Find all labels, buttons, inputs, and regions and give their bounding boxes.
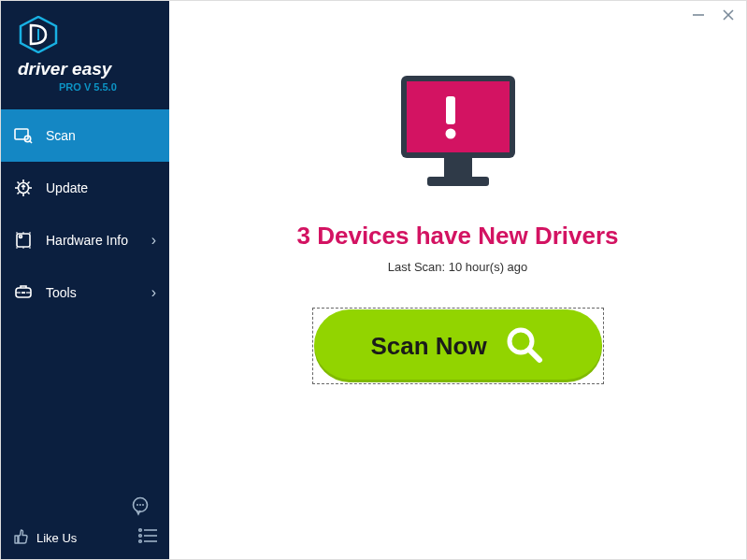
svg-point-30 [142,504,144,506]
svg-point-33 [139,535,142,538]
sidebar-bottom: Like Us [1,486,169,559]
thumbs-up-icon [12,528,29,548]
logo-area: driver easy PRO V 5.5.0 [1,1,169,104]
sidebar-item-label: Update [46,180,88,195]
svg-point-35 [139,540,142,543]
headline-text: 3 Devices have New Drivers [297,222,619,251]
chevron-right-icon: › [151,284,156,301]
sidebar: driver easy PRO V 5.5.0 Scan Update i [1,1,169,559]
version-label: PRO V 5.5.0 [59,81,158,93]
sidebar-item-tools[interactable]: Tools › [1,266,169,319]
tools-icon [14,283,33,302]
svg-line-13 [28,182,30,184]
scan-icon [14,126,33,145]
svg-line-4 [30,141,32,143]
sidebar-nav: Scan Update i Hardware Info › Tools [1,109,169,319]
svg-line-10 [18,182,20,184]
svg-rect-42 [446,96,455,124]
svg-rect-45 [427,177,489,186]
logo-icon [18,16,59,53]
feedback-icon[interactable] [130,495,151,520]
svg-point-29 [139,504,141,506]
scan-now-button[interactable]: Scan Now [314,309,602,382]
svg-text:i: i [21,235,22,238]
sidebar-item-label: Tools [46,285,77,300]
scan-button-focus-outline: Scan Now [312,308,604,384]
svg-rect-26 [22,292,25,294]
sidebar-item-hardware-info[interactable]: i Hardware Info › [1,214,169,266]
sidebar-item-scan[interactable]: Scan [1,109,169,162]
svg-rect-44 [444,158,472,177]
like-us-label: Like Us [36,531,77,545]
magnify-icon [504,324,545,368]
last-scan-text: Last Scan: 10 hour(s) ago [388,260,528,274]
gear-icon [14,179,33,197]
chevron-right-icon: › [151,232,156,249]
like-us-button[interactable]: Like Us [12,528,77,548]
svg-point-31 [139,529,142,532]
minimize-button[interactable] [690,7,707,23]
svg-point-43 [445,129,455,139]
sidebar-item-update[interactable]: Update [1,162,169,214]
svg-line-47 [529,350,539,360]
close-button[interactable] [720,7,737,23]
window-controls [690,7,737,23]
main-content: 3 Devices have New Drivers Last Scan: 10… [169,1,746,559]
svg-rect-2 [15,129,28,139]
hardware-info-icon: i [14,231,33,250]
svg-rect-41 [407,81,510,152]
sidebar-item-label: Hardware Info [46,233,128,248]
brand-name: driver easy [18,59,158,79]
svg-line-12 [18,193,20,194]
menu-icon[interactable] [137,527,158,548]
scan-now-label: Scan Now [370,332,486,361]
sidebar-item-label: Scan [46,128,76,143]
monitor-alert-icon [388,68,528,203]
svg-point-28 [136,504,138,506]
svg-line-11 [28,193,30,194]
